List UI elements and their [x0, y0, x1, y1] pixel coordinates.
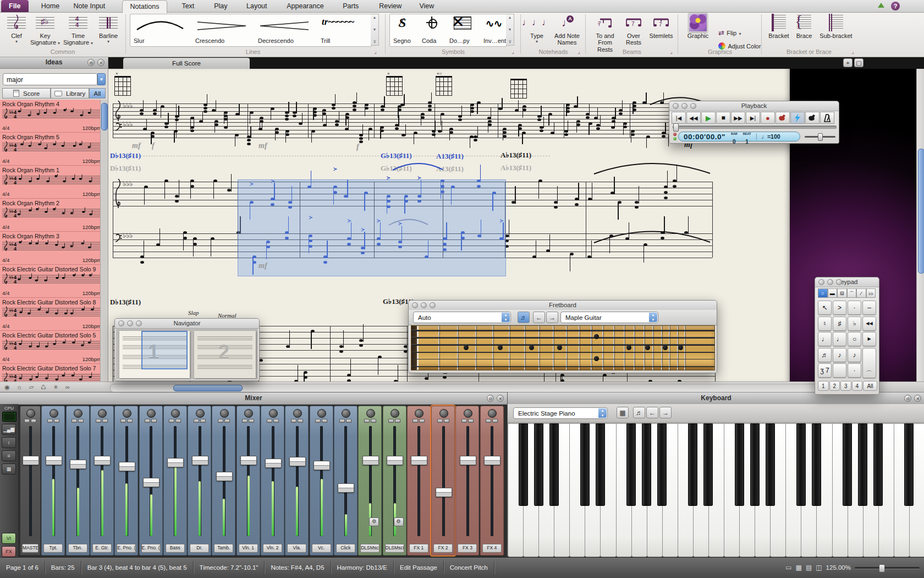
- single-page-icon[interactable]: ◫: [816, 564, 822, 571]
- keypad-key[interactable]: >: [833, 301, 846, 315]
- fader-handle[interactable]: [192, 456, 208, 465]
- note-cluster[interactable]: [664, 186, 669, 208]
- mixer-strip-bass[interactable]: Bass: [163, 406, 187, 555]
- tab-overview-button[interactable]: ▢: [854, 58, 864, 67]
- solo-button[interactable]: [31, 419, 36, 423]
- tempo-slider[interactable]: [805, 136, 835, 138]
- pan-knob[interactable]: [244, 409, 253, 418]
- mixer-strip-e-gtr-[interactable]: E. Gtr.: [90, 406, 114, 555]
- click-metronome-icon[interactable]: [820, 112, 834, 124]
- note-cluster[interactable]: [190, 126, 196, 148]
- solo-button[interactable]: [151, 419, 157, 423]
- line-crescendo[interactable]: Crescendo: [192, 14, 255, 46]
- note-cluster[interactable]: [532, 255, 538, 277]
- previous-arrow-button[interactable]: ←: [646, 407, 658, 418]
- mixer-strip-fx-2[interactable]: FX 2: [431, 406, 455, 555]
- solo-button[interactable]: [395, 419, 400, 423]
- solo-button[interactable]: [224, 419, 230, 423]
- fader-handle[interactable]: [143, 478, 160, 487]
- ideas-close-button[interactable]: ✕: [97, 59, 105, 66]
- note-cluster[interactable]: [470, 103, 476, 126]
- fader-handle[interactable]: [289, 457, 306, 466]
- line-trill[interactable]: tr~~~~~~ Trill: [317, 14, 371, 46]
- sub-bracket-button[interactable]: Sub-bracket: [816, 13, 856, 39]
- dynamic-mark[interactable]: f: [356, 143, 359, 151]
- ribbon-tab-review[interactable]: Review: [371, 0, 409, 12]
- guitar-string[interactable]: [411, 352, 714, 353]
- mute-button[interactable]: [291, 419, 296, 423]
- vertical-scrollbar[interactable]: [916, 69, 924, 381]
- note-cluster[interactable]: [359, 339, 365, 361]
- mixer-strip-tbn-[interactable]: Tbn.: [66, 406, 90, 555]
- note-cluster[interactable]: [175, 195, 180, 217]
- tab-full-score[interactable]: Full Score: [123, 58, 250, 69]
- note-cluster[interactable]: [335, 120, 340, 142]
- keypad-key[interactable]: ♭: [848, 317, 861, 331]
- idea-item[interactable]: Rock Organ Rhythm 44/4120bpm♭♭44: [0, 100, 108, 133]
- ribbon-tab-note-input[interactable]: Note Input: [66, 0, 113, 12]
- piano-black-key[interactable]: [534, 423, 543, 506]
- mixer-strip-fx-1[interactable]: FX 1: [407, 406, 431, 555]
- passage-selection-highlight[interactable]: [238, 179, 506, 276]
- note-cluster[interactable]: [564, 130, 570, 152]
- pan-knob[interactable]: [123, 409, 131, 418]
- note-cluster[interactable]: [323, 124, 328, 146]
- pan-knob[interactable]: [196, 409, 205, 418]
- note-cluster[interactable]: [425, 377, 430, 382]
- mute-solo-buttons[interactable]: [461, 419, 474, 423]
- navigator-page-2[interactable]: 2: [194, 331, 256, 378]
- lines-dialog-launcher[interactable]: ⌟: [374, 48, 377, 54]
- note-cluster[interactable]: [522, 132, 527, 154]
- time-signature-button[interactable]: 44 Time Signature ▾: [63, 13, 94, 46]
- piano-keyboard[interactable]: [508, 423, 924, 558]
- mute-solo-buttons[interactable]: [364, 419, 376, 423]
- guitar-fretboard[interactable]: [411, 325, 715, 370]
- piano-black-key[interactable]: [657, 423, 667, 506]
- tempo-slider-thumb[interactable]: [818, 133, 823, 141]
- flip-button[interactable]: ⇄ Flip ▾: [718, 28, 741, 37]
- beam-over-rests-button[interactable]: 7 Over Rests: [622, 13, 646, 46]
- strip-list-button[interactable]: ≡: [2, 450, 16, 461]
- chord-symbol[interactable]: A♭13(♯11): [501, 151, 531, 160]
- next-arrow-button[interactable]: →: [546, 312, 558, 323]
- note-cluster[interactable]: [339, 345, 345, 367]
- idea-item[interactable]: Rock Organ Rhythm 34/4120bpm♭♭44: [0, 232, 108, 265]
- fader-track[interactable]: [223, 426, 226, 536]
- note-cluster[interactable]: [193, 237, 199, 259]
- close-icon[interactable]: [118, 320, 124, 326]
- fader-handle[interactable]: [436, 488, 452, 497]
- mute-button[interactable]: [96, 419, 101, 423]
- fader-handle[interactable]: [460, 456, 476, 465]
- note-cluster[interactable]: [438, 130, 443, 152]
- pan-knob[interactable]: [317, 409, 326, 418]
- keypad-key[interactable]: ♩: [833, 332, 846, 346]
- note-cluster[interactable]: [259, 359, 265, 381]
- mixer-strip-master[interactable]: MASTER: [20, 406, 41, 555]
- live-playback-icon[interactable]: [790, 112, 805, 124]
- ideas-scrollbar[interactable]: [100, 100, 108, 381]
- idea-item[interactable]: Rock Electric Guitar Distorted Solo 94/4…: [0, 265, 108, 298]
- pan-knob[interactable]: [439, 409, 448, 418]
- note-cluster[interactable]: [414, 132, 419, 154]
- note-cluster[interactable]: [662, 132, 667, 154]
- piano-black-key[interactable]: [843, 423, 852, 506]
- bracket-dialog-launcher[interactable]: ⌟: [851, 48, 854, 54]
- ideas-scrollbar-thumb[interactable]: [101, 103, 108, 130]
- solo-button[interactable]: [298, 419, 303, 423]
- piano-black-key[interactable]: [766, 423, 775, 506]
- idea-item[interactable]: Rock Organ Rhythm 14/4120bpm♭♭44: [0, 166, 108, 199]
- note-cluster[interactable]: [642, 101, 648, 123]
- note-cluster[interactable]: [503, 128, 508, 150]
- ideas-copy-icon[interactable]: ∞: [63, 383, 73, 391]
- brace-button[interactable]: { Brace: [793, 13, 815, 39]
- noteheads-dialog-launcher[interactable]: ⌟: [578, 48, 580, 54]
- keypad-key[interactable]: ♪: [833, 348, 846, 362]
- fader-handle[interactable]: [387, 456, 403, 465]
- voice-button-4[interactable]: 4: [852, 381, 863, 391]
- solo-button[interactable]: [175, 419, 181, 423]
- note-cluster[interactable]: [215, 120, 220, 142]
- keypad-key[interactable]: –: [862, 301, 876, 315]
- ribbon-collapse-icon[interactable]: [878, 3, 884, 8]
- idea-item[interactable]: Rock Electric Guitar Distorted Solo 74/4…: [0, 364, 108, 381]
- note-cluster[interactable]: [632, 101, 638, 123]
